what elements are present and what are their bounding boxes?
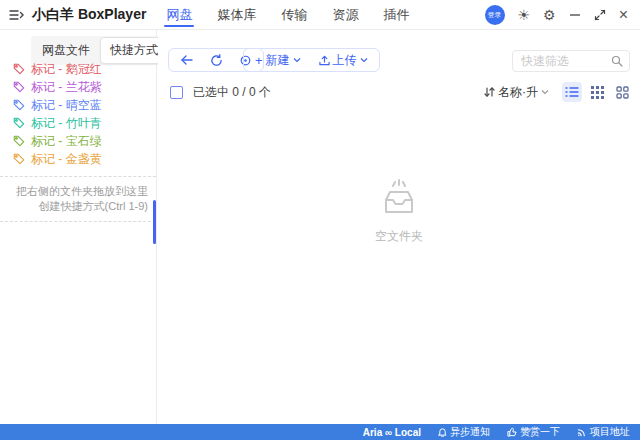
list-view-icon [565, 86, 579, 98]
nav-tab-transfer[interactable]: 传输 [279, 0, 309, 30]
async-notify-label: 异步通知 [450, 425, 490, 439]
project-site-link[interactable]: 项目地址 [577, 425, 630, 439]
tag-icon [13, 117, 25, 129]
create-tool-group: + 新建 上传 [243, 48, 380, 72]
bell-icon [438, 427, 447, 437]
tag-item-green[interactable]: 标记 - 宝石绿 [0, 132, 156, 150]
titlebar: 小白羊 BoxPlayer 网盘 媒体库 传输 资源 插件 登录 ☀ ⚙ × [0, 0, 640, 30]
settings-gear-icon[interactable]: ⚙ [543, 8, 556, 22]
tag-label: 标记 - 竹叶青 [31, 115, 102, 132]
empty-folder-label: 空文件夹 [375, 228, 423, 245]
tag-item-yellow[interactable]: 标记 - 金盏黄 [0, 150, 156, 168]
close-icon[interactable]: × [619, 7, 628, 23]
tag-item-red[interactable]: 标记 - 鹅冠红 [0, 60, 156, 78]
shortcut-dropzone[interactable]: 把右侧的文件夹拖放到这里 创建快捷方式(Ctrl 1-9) [0, 176, 156, 222]
dropzone-line2: 创建快捷方式(Ctrl 1-9) [0, 199, 148, 214]
back-icon[interactable] [180, 54, 194, 66]
aria-local-label: Aria ∞ Local [363, 427, 421, 438]
feed-icon [577, 427, 587, 437]
dropzone-line1: 把右侧的文件夹拖放到这里 [0, 184, 148, 199]
empty-folder-icon [378, 178, 420, 218]
small-grid-view-icon [591, 86, 604, 99]
nav-tab-plugins[interactable]: 插件 [381, 0, 411, 30]
view-controls: 名称·升 [484, 82, 632, 102]
collapse-sidebar-icon[interactable] [4, 0, 30, 30]
tag-label: 标记 - 兰花紫 [31, 79, 102, 96]
large-grid-view-icon [616, 86, 629, 99]
new-button[interactable]: + 新建 [255, 52, 301, 69]
main-nav: 网盘 媒体库 传输 资源 插件 [164, 0, 411, 30]
file-panel: + 新建 上传 已选中 0 / 0 个 名称·升 [158, 30, 640, 424]
async-notify-link[interactable]: 异步通知 [438, 425, 490, 439]
selection-bar: 已选中 0 / 0 个 名称·升 [158, 80, 640, 104]
maximize-icon[interactable] [594, 9, 606, 21]
tag-label: 标记 - 晴空蓝 [31, 97, 102, 114]
tag-label: 标记 - 金盏黄 [31, 151, 102, 168]
new-button-label: 新建 [266, 52, 290, 69]
tag-item-teal[interactable]: 标记 - 竹叶青 [0, 114, 156, 132]
tag-item-blue[interactable]: 标记 - 晴空蓝 [0, 96, 156, 114]
login-button[interactable]: 登录 [485, 5, 505, 25]
upload-button[interactable]: 上传 [319, 52, 368, 69]
minimize-icon[interactable] [569, 9, 581, 21]
tag-label: 标记 - 鹅冠红 [31, 61, 102, 78]
appreciate-icon [507, 427, 517, 437]
view-large-grid-button[interactable] [612, 82, 632, 102]
tag-icon [13, 135, 25, 147]
selection-count: 已选中 0 / 0 个 [193, 84, 271, 101]
project-site-label: 项目地址 [590, 425, 630, 439]
empty-state: 空文件夹 [375, 178, 423, 245]
aria-local-status[interactable]: Aria ∞ Local [363, 427, 421, 438]
app-title: 小白羊 BoxPlayer [32, 6, 146, 24]
search-icon[interactable] [611, 55, 629, 67]
tag-list: 标记 - 鹅冠红 标记 - 兰花紫 标记 - 晴空蓝 标记 - 竹叶青 标记 -… [0, 60, 156, 168]
chevron-down-icon [541, 89, 549, 95]
tag-icon [13, 81, 25, 93]
window-controls: 登录 ☀ ⚙ × [485, 5, 640, 25]
refresh-icon[interactable] [210, 54, 223, 67]
nav-tab-netdisk[interactable]: 网盘 [164, 0, 194, 30]
tag-icon [13, 99, 25, 111]
upload-button-label: 上传 [333, 52, 357, 69]
sort-arrows-icon [484, 86, 495, 98]
tag-item-purple[interactable]: 标记 - 兰花紫 [0, 78, 156, 96]
theme-sun-icon[interactable]: ☀ [518, 8, 531, 22]
appreciate-link[interactable]: 赞赏一下 [507, 425, 560, 439]
quick-filter-input[interactable] [513, 54, 611, 68]
quick-filter [512, 50, 630, 72]
tag-icon [13, 153, 25, 165]
statusbar: Aria ∞ Local 异步通知 赞赏一下 项目地址 [0, 424, 640, 440]
upload-icon [319, 55, 330, 66]
sidebar: 网盘文件 快捷方式 标记 - 鹅冠红 标记 - 兰花紫 标记 - 晴空蓝 标记 … [0, 30, 157, 424]
appreciate-label: 赞赏一下 [520, 425, 560, 439]
chevron-down-icon [293, 57, 301, 63]
tag-icon [13, 63, 25, 75]
view-list-button[interactable] [562, 82, 582, 102]
nav-tab-media-library[interactable]: 媒体库 [215, 0, 258, 30]
sort-control[interactable]: 名称·升 [484, 84, 549, 101]
sort-label: 名称·升 [498, 84, 538, 101]
nav-tab-resources[interactable]: 资源 [330, 0, 360, 30]
chevron-down-icon [360, 57, 368, 63]
tag-label: 标记 - 宝石绿 [31, 133, 102, 150]
sidebar-scrollbar-thumb[interactable] [153, 200, 156, 244]
view-small-grid-button[interactable] [587, 82, 607, 102]
select-all-checkbox[interactable] [170, 86, 183, 99]
plus-icon: + [255, 53, 263, 68]
